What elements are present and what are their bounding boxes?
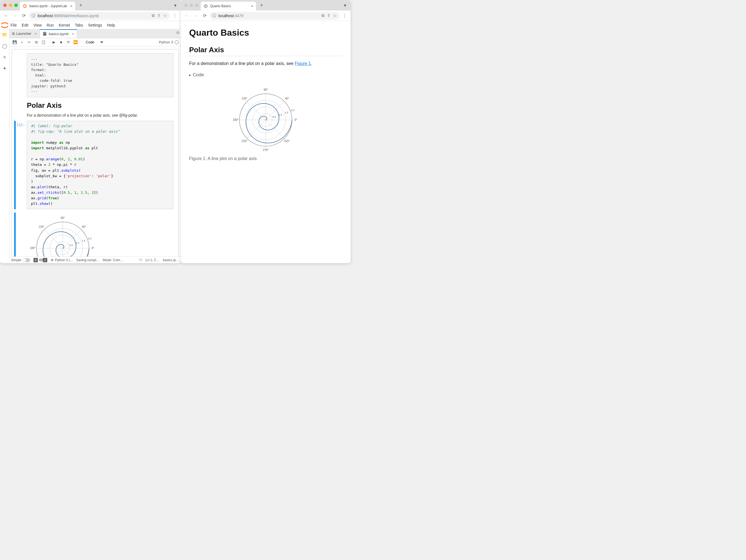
tab-dropdown-icon[interactable]: ▾ (172, 2, 179, 9)
filebrowser-icon[interactable]: 📁 (2, 32, 7, 37)
restart-button[interactable]: ⟳ (65, 39, 71, 45)
svg-text:2.0: 2.0 (88, 237, 91, 240)
status-shield-icon[interactable]: 🛡 (139, 258, 142, 262)
minimize-window-icon[interactable] (190, 4, 193, 7)
quarto-browser-window: Quarto Basics × + ▾ ← → ⟳ ⓘ localhost:44… (181, 0, 351, 263)
menu-item-file[interactable]: File (10, 23, 17, 27)
code-fold-summary[interactable]: Code (189, 71, 342, 79)
bookmark-star-icon[interactable]: ☆ (164, 13, 167, 18)
nav-back-button[interactable]: ← (2, 12, 10, 20)
site-info-icon[interactable]: ⓘ (212, 13, 216, 18)
menu-item-run[interactable]: Run (47, 23, 54, 27)
quarto-rendered-page[interactable]: Quarto Basics Polar Axis For a demonstra… (181, 21, 351, 263)
notebook-scroll-area[interactable]: --- title: "Quarto Basics" format: html:… (9, 47, 181, 257)
file-tab-close-icon[interactable]: × (72, 32, 74, 36)
jupyter-logo-icon[interactable] (0, 21, 9, 30)
insert-cell-button[interactable]: ＋ (19, 39, 25, 45)
toc-icon[interactable]: ≡ (3, 55, 6, 60)
address-bar[interactable]: ⓘ localhost:8888/lab/tree/basics.ipynb ⧉… (29, 12, 170, 20)
share-icon[interactable]: ⇪ (157, 13, 161, 18)
kernel-name-label[interactable]: Python 3 (159, 40, 173, 44)
browser-menu-button[interactable]: ⋮ (341, 12, 348, 20)
figure-crossref-link[interactable]: Figure 1 (295, 61, 311, 66)
jupyter-favicon-icon (23, 4, 27, 8)
save-button[interactable]: 💾 (11, 39, 18, 45)
browser-tab-jupyter[interactable]: basics.ipynb - JupyterLab × (20, 2, 75, 10)
browser-urlbar: ← → ⟳ ⓘ localhost:8888/lab/tree/basics.i… (0, 10, 181, 21)
simple-toggle[interactable] (22, 258, 30, 262)
svg-text:135°: 135° (242, 97, 248, 100)
cell-raw[interactable]: --- title: "Quarto Basics" format: html:… (14, 53, 176, 97)
cell-output: 0°45°90°135°180°225°270°315°0.51.01.52.0 (14, 212, 176, 257)
new-tab-button[interactable]: + (77, 1, 85, 9)
cell-markdown[interactable]: Polar Axis For a demonstration of a line… (14, 101, 176, 117)
svg-text:0.5: 0.5 (69, 243, 73, 246)
nav-forward-button[interactable]: → (11, 12, 19, 20)
file-tab-label: Launcher (16, 31, 31, 36)
url-host: localhost (219, 13, 234, 18)
bookmark-star-icon[interactable]: ☆ (333, 13, 337, 18)
window-traffic-lights[interactable] (3, 4, 18, 7)
close-window-icon[interactable] (3, 4, 7, 7)
svg-text:1.5: 1.5 (285, 111, 288, 114)
tab-dropdown-icon[interactable]: ▾ (342, 2, 348, 9)
nav-reload-button[interactable]: ⟳ (20, 12, 28, 20)
close-window-icon[interactable] (184, 4, 188, 7)
svg-text:0.5: 0.5 (272, 116, 276, 118)
copy-button[interactable]: ⧉ (33, 39, 39, 45)
site-info-icon[interactable]: ⓘ (31, 13, 35, 18)
celltype-select[interactable]: Code (83, 39, 104, 45)
open-external-icon[interactable]: ⧉ (322, 13, 324, 18)
extensions-icon[interactable]: ✦ (3, 66, 6, 71)
file-tab-launcher[interactable]: ⧉Launcher× (9, 29, 40, 38)
cut-button[interactable]: ✂ (26, 39, 32, 45)
menu-item-settings[interactable]: Settings (88, 23, 102, 27)
code-fold-details[interactable]: Code (189, 71, 342, 79)
running-kernels-icon[interactable]: ◯ (2, 43, 7, 49)
svg-text:1.5: 1.5 (82, 239, 85, 242)
browser-menu-button[interactable]: ⋮ (171, 12, 179, 20)
menu-item-kernel[interactable]: Kernel (59, 23, 70, 27)
svg-text:0°: 0° (91, 246, 94, 249)
menu-item-help[interactable]: Help (107, 23, 115, 27)
menu-item-view[interactable]: View (33, 23, 42, 27)
status-diagnostics[interactable]: 0 ⌨ 1 (33, 258, 47, 262)
menu-item-edit[interactable]: Edit (22, 23, 28, 27)
browser-tabstrip: basics.ipynb - JupyterLab × + ▾ (0, 0, 181, 10)
nav-back-button[interactable]: ← (183, 12, 191, 20)
new-tab-button[interactable]: + (258, 1, 265, 9)
file-tab-close-icon[interactable]: × (34, 31, 37, 36)
menu-item-tabs[interactable]: Tabs (75, 23, 83, 27)
minimize-window-icon[interactable] (9, 4, 12, 7)
tab-close-icon[interactable]: × (70, 4, 73, 8)
browser-urlbar: ← → ⟳ ⓘ localhost:4479 ⧉ ⇪ ☆ ⋮ (181, 10, 351, 21)
open-external-icon[interactable]: ⧉ (152, 13, 154, 18)
nav-forward-button[interactable]: → (192, 12, 200, 20)
share-icon[interactable]: ⇪ (327, 13, 331, 18)
run-all-button[interactable]: ⏩ (73, 39, 79, 45)
file-tab-basics-ipynb[interactable]: 📓basics.ipynb× (40, 29, 77, 38)
browser-tab-quarto[interactable]: Quarto Basics × (201, 2, 256, 10)
run-button[interactable]: ▶ (51, 39, 57, 45)
figure-caption: Figure 1: A line plot on a polar axis (189, 156, 342, 161)
code-cell-content[interactable]: #| label: fig-polar #| fig-cap: "A line … (27, 121, 173, 209)
nav-reload-button[interactable]: ⟳ (201, 12, 208, 20)
tabstrip-settings-icon[interactable]: ⚙ (176, 30, 180, 35)
window-traffic-lights[interactable] (184, 4, 199, 7)
cell-code[interactable]: [1]: #| label: fig-polar #| fig-cap: "A … (14, 121, 176, 209)
raw-cell-content[interactable]: --- title: "Quarto Basics" format: html:… (27, 53, 173, 97)
tab-close-icon[interactable]: × (251, 4, 253, 8)
address-bar[interactable]: ⓘ localhost:4479 ⧉ ⇪ ☆ (209, 12, 340, 20)
jupyter-activity-bar: 📁 ◯ ≡ ✦ (0, 29, 9, 263)
interrupt-button[interactable]: ■ (58, 39, 64, 45)
url-host: localhost (38, 13, 53, 18)
jupyter-statusbar: Simple 0 ⌨ 1 ⚙Python 3 |… Saving compl… (9, 257, 181, 263)
notebook-toolbar: 💾 ＋ ✂ ⧉ 📋 ▶ ■ ⟳ ⏩ Code (9, 38, 181, 47)
paste-button[interactable]: 📋 (40, 39, 47, 45)
zoom-window-icon[interactable] (195, 4, 199, 7)
zoom-window-icon[interactable] (15, 4, 18, 7)
status-simple[interactable]: Simple (11, 258, 30, 262)
kernel-status-icon[interactable] (175, 40, 179, 44)
status-kernel[interactable]: ⚙Python 3 |… (51, 258, 73, 262)
jupyterlab-browser-window: basics.ipynb - JupyterLab × + ▾ ← → ⟳ ⓘ … (0, 0, 181, 263)
